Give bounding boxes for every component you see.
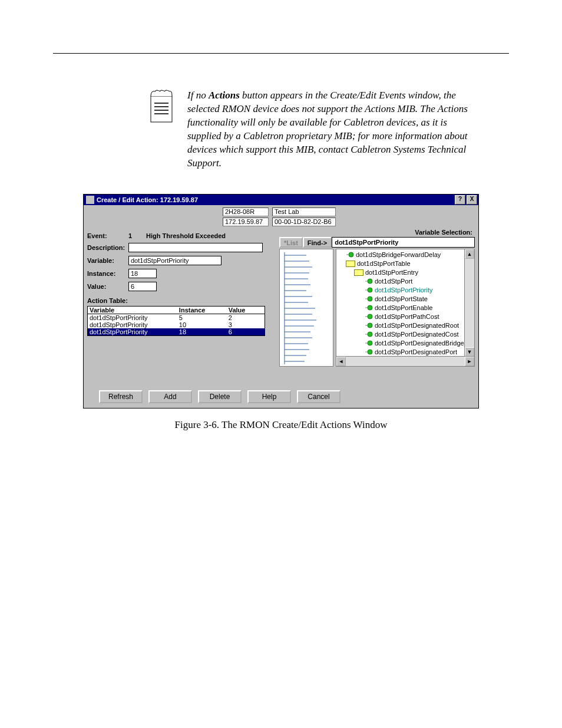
close-title-button[interactable]: X bbox=[467, 195, 477, 205]
tree-panel[interactable]: dot1dStpBridgeForwardDelaydot1dStpPortTa… bbox=[336, 249, 475, 367]
titlebar[interactable]: Create / Edit Action: 172.19.59.87 ? X bbox=[84, 195, 478, 205]
tree-leaf[interactable]: dot1dStpPortDesignatedCost bbox=[339, 330, 462, 339]
caption-prefix: Figure 3-6. bbox=[175, 419, 222, 430]
table-cell: 2 bbox=[227, 314, 265, 321]
leaf-icon bbox=[365, 349, 373, 355]
device-name-cell: 2H28-08R bbox=[223, 207, 269, 216]
help-button[interactable]: Help bbox=[247, 390, 291, 403]
note-icon bbox=[147, 89, 176, 124]
tree-leaf[interactable]: dot1dStpPortState bbox=[339, 295, 462, 304]
svg-point-44 bbox=[349, 252, 353, 257]
table-cell: 5 bbox=[177, 314, 227, 321]
tree-leaf[interactable]: dot1dStpPortPriority bbox=[339, 286, 462, 295]
action-table-header: Variable Instance Value bbox=[88, 307, 265, 314]
refresh-button[interactable]: Refresh bbox=[99, 390, 143, 403]
table-row[interactable]: dot1dStpPortPriority52 bbox=[88, 314, 265, 321]
table-cell: dot1dStpPortPriority bbox=[88, 314, 177, 321]
window-title: Create / Edit Action: 172.19.59.87 bbox=[97, 196, 454, 203]
svg-point-46 bbox=[368, 288, 372, 292]
tree-leaf[interactable]: dot1dStpPortDesignatedPort bbox=[339, 348, 462, 357]
mac-cell: 00-00-1D-82-D2-B6 bbox=[272, 218, 336, 226]
value-label: Value: bbox=[87, 283, 128, 290]
help-title-button[interactable]: ? bbox=[455, 195, 465, 205]
table-cell: dot1dStpPortPriority bbox=[88, 328, 177, 335]
svg-rect-0 bbox=[151, 96, 172, 122]
svg-point-50 bbox=[368, 323, 372, 328]
add-button[interactable]: Add bbox=[148, 390, 192, 403]
instance-row: Instance: 18 bbox=[87, 269, 276, 278]
table-cell: 10 bbox=[177, 321, 227, 328]
hscroll-track[interactable] bbox=[346, 357, 465, 366]
caption-text: The RMON Create/Edit Actions Window bbox=[222, 419, 387, 430]
svg-point-53 bbox=[368, 350, 372, 354]
table-row[interactable]: dot1dStpPortPriority103 bbox=[88, 321, 265, 328]
value-row: Value: 6 bbox=[87, 282, 276, 291]
note-block: If no Actions button appears in the Crea… bbox=[147, 89, 474, 170]
value-input[interactable]: 6 bbox=[128, 282, 157, 291]
action-table[interactable]: Variable Instance Value dot1dStpPortPrio… bbox=[87, 306, 265, 336]
find-button[interactable]: Find-> bbox=[303, 237, 332, 248]
tree-folder[interactable]: dot1dStpPortEntry bbox=[339, 268, 462, 277]
selection-field[interactable]: dot1dStpPortPriority bbox=[332, 237, 475, 248]
tree-leaf[interactable]: dot1dStpPortDesignatedBridge bbox=[339, 339, 462, 348]
note-text: If no Actions button appears in the Crea… bbox=[187, 89, 474, 170]
location-cell: Test Lab bbox=[272, 207, 336, 216]
info-row-1: 2H28-08R Test Lab bbox=[87, 207, 475, 216]
tree-leaf[interactable]: dot1dStpPortPathCost bbox=[339, 312, 462, 321]
delete-button[interactable]: Delete bbox=[198, 390, 242, 403]
scroll-up-icon[interactable]: ▲ bbox=[465, 249, 474, 259]
mib-preview[interactable] bbox=[279, 249, 333, 367]
svg-point-45 bbox=[368, 279, 372, 284]
description-input[interactable] bbox=[128, 243, 263, 252]
instance-input[interactable]: 18 bbox=[128, 269, 157, 278]
cancel-button[interactable]: Cancel bbox=[297, 390, 340, 403]
action-window: Create / Edit Action: 172.19.59.87 ? X 2… bbox=[83, 194, 479, 409]
vertical-scrollbar[interactable]: ▲ ▼ bbox=[464, 249, 474, 357]
description-row: Description: bbox=[87, 243, 276, 252]
folder-icon bbox=[346, 261, 355, 267]
list-button[interactable]: *List bbox=[279, 237, 303, 248]
horizontal-scrollbar[interactable]: ◄ ► bbox=[336, 356, 474, 366]
variable-input[interactable]: dot1dStpPortPriority bbox=[128, 256, 222, 265]
tree-folder[interactable]: dot1dStpPortTable bbox=[339, 259, 462, 268]
tree-leaf[interactable]: dot1dStpPortDesignatedRoot bbox=[339, 321, 462, 330]
system-menu-icon[interactable] bbox=[86, 196, 94, 204]
leaf-icon bbox=[365, 296, 373, 302]
tree-item-label: dot1dStpPortTable bbox=[357, 260, 411, 267]
instance-label: Instance: bbox=[87, 270, 128, 277]
button-row: Refresh Add Delete Help Cancel bbox=[99, 390, 475, 403]
leaf-icon bbox=[365, 305, 373, 311]
info-row-2: 172.19.59.87 00-00-1D-82-D2-B6 bbox=[87, 218, 475, 226]
hdr-variable: Variable bbox=[88, 307, 177, 314]
top-rule bbox=[53, 53, 509, 54]
table-row[interactable]: dot1dStpPortPriority186 bbox=[88, 328, 265, 335]
scroll-right-icon[interactable]: ► bbox=[465, 357, 474, 366]
tree-item-label: dot1dStpPortDesignatedRoot bbox=[375, 322, 459, 329]
tree-leaf[interactable]: dot1dStpPort bbox=[339, 277, 462, 286]
scroll-track[interactable] bbox=[465, 259, 474, 347]
svg-point-48 bbox=[368, 305, 372, 310]
variable-row: Variable: dot1dStpPortPriority bbox=[87, 256, 276, 265]
leaf-icon bbox=[365, 287, 373, 293]
variable-selection-label: Variable Selection: bbox=[279, 229, 475, 236]
leaf-icon bbox=[346, 252, 354, 258]
scroll-down-icon[interactable]: ▼ bbox=[465, 347, 474, 357]
leaf-icon bbox=[365, 340, 373, 346]
tree-leaf[interactable]: dot1dStpBridgeForwardDelay bbox=[339, 251, 462, 259]
event-row: Event: 1 High Threshold Exceeded bbox=[87, 232, 276, 239]
description-label: Description: bbox=[87, 244, 128, 251]
svg-point-49 bbox=[368, 314, 372, 319]
tree-item-label: dot1dStpPortState bbox=[375, 295, 428, 302]
scroll-left-icon[interactable]: ◄ bbox=[336, 357, 346, 366]
note-post: button appears in the Create/Edit Events… bbox=[187, 90, 468, 169]
tree-item-label: dot1dStpPortEnable bbox=[375, 304, 432, 311]
table-cell: 3 bbox=[227, 321, 265, 328]
hdr-instance: Instance bbox=[177, 307, 227, 314]
tree-item-label: dot1dStpPortPriority bbox=[375, 286, 432, 294]
event-name: High Threshold Exceeded bbox=[146, 232, 226, 239]
leaf-icon bbox=[365, 278, 373, 284]
event-label: Event: bbox=[87, 232, 128, 239]
figure-caption: Figure 3-6. The RMON Create/Edit Actions… bbox=[53, 419, 509, 431]
tree-leaf[interactable]: dot1dStpPortEnable bbox=[339, 304, 462, 312]
hdr-value: Value bbox=[227, 307, 265, 314]
